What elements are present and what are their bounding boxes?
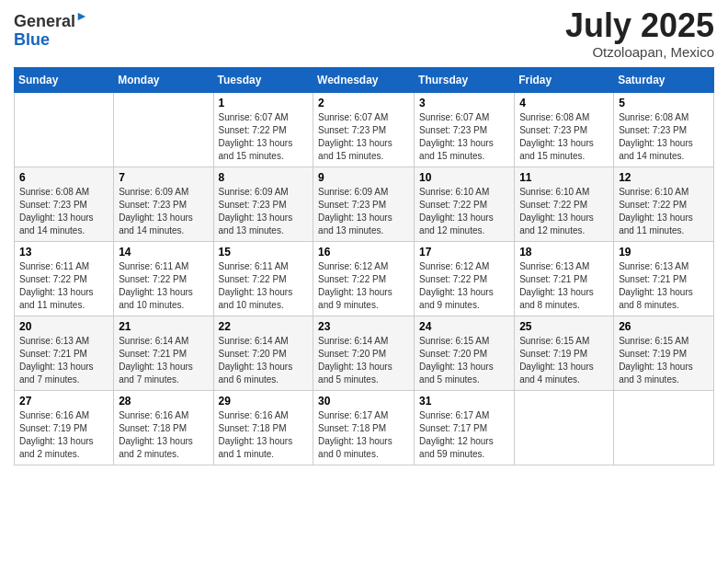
day-info: Sunrise: 6:08 AMSunset: 7:23 PMDaylight:… [619,111,709,163]
day-number: 19 [619,246,709,259]
table-row: 5Sunrise: 6:08 AMSunset: 7:23 PMDaylight… [614,93,714,167]
day-number: 25 [519,320,609,333]
table-row: 16Sunrise: 6:12 AMSunset: 7:22 PMDayligh… [313,242,415,316]
day-info: Sunrise: 6:09 AMSunset: 7:23 PMDaylight:… [119,186,208,237]
table-row: 1Sunrise: 6:07 AMSunset: 7:22 PMDaylight… [213,93,313,167]
table-row: 13Sunrise: 6:11 AMSunset: 7:22 PMDayligh… [15,242,114,316]
calendar-week-row: 13Sunrise: 6:11 AMSunset: 7:22 PMDayligh… [15,242,714,316]
day-number: 13 [19,246,108,259]
day-number: 8 [219,171,309,184]
table-row [515,391,614,465]
col-saturday: Saturday [614,68,714,93]
table-row: 23Sunrise: 6:14 AMSunset: 7:20 PMDayligh… [313,316,415,391]
calendar-table: Sunday Monday Tuesday Wednesday Thursday… [14,67,714,465]
table-row: 15Sunrise: 6:11 AMSunset: 7:22 PMDayligh… [213,242,313,316]
table-row: 3Sunrise: 6:07 AMSunset: 7:23 PMDaylight… [415,93,515,167]
day-info: Sunrise: 6:14 AMSunset: 7:20 PMDaylight:… [219,335,309,386]
table-row: 27Sunrise: 6:16 AMSunset: 7:19 PMDayligh… [15,391,114,465]
day-info: Sunrise: 6:11 AMSunset: 7:22 PMDaylight:… [19,260,108,312]
day-number: 30 [318,395,409,408]
day-number: 11 [519,171,609,184]
col-sunday: Sunday [15,68,114,93]
day-number: 9 [318,171,409,184]
table-row [114,93,213,167]
logo: General► Blue [14,9,88,50]
table-row: 30Sunrise: 6:17 AMSunset: 7:18 PMDayligh… [313,391,415,465]
day-info: Sunrise: 6:14 AMSunset: 7:21 PMDaylight:… [119,335,208,386]
day-number: 16 [318,246,409,259]
table-row [614,391,714,465]
table-row: 4Sunrise: 6:08 AMSunset: 7:23 PMDaylight… [515,93,614,167]
table-row: 24Sunrise: 6:15 AMSunset: 7:20 PMDayligh… [415,316,515,391]
month-title: July 2025 [565,9,714,42]
col-thursday: Thursday [415,68,515,93]
header: General► Blue July 2025 Otzoloapan, Mexi… [14,9,714,60]
day-info: Sunrise: 6:16 AMSunset: 7:18 PMDaylight:… [219,409,309,461]
page-container: General► Blue July 2025 Otzoloapan, Mexi… [0,0,728,475]
day-number: 10 [419,171,509,184]
day-info: Sunrise: 6:09 AMSunset: 7:23 PMDaylight:… [318,186,409,237]
calendar-week-row: 20Sunrise: 6:13 AMSunset: 7:21 PMDayligh… [15,316,714,391]
table-row: 28Sunrise: 6:16 AMSunset: 7:18 PMDayligh… [114,391,213,465]
table-row: 11Sunrise: 6:10 AMSunset: 7:22 PMDayligh… [515,167,614,242]
day-info: Sunrise: 6:12 AMSunset: 7:22 PMDaylight:… [318,260,409,312]
day-info: Sunrise: 6:10 AMSunset: 7:22 PMDaylight:… [619,186,709,237]
table-row: 9Sunrise: 6:09 AMSunset: 7:23 PMDaylight… [313,167,415,242]
table-row: 25Sunrise: 6:15 AMSunset: 7:19 PMDayligh… [515,316,614,391]
day-info: Sunrise: 6:14 AMSunset: 7:20 PMDaylight:… [318,335,409,386]
logo-general: General [14,12,75,30]
table-row: 19Sunrise: 6:13 AMSunset: 7:21 PMDayligh… [614,242,714,316]
table-row: 12Sunrise: 6:10 AMSunset: 7:22 PMDayligh… [614,167,714,242]
title-block: July 2025 Otzoloapan, Mexico [565,9,714,60]
day-info: Sunrise: 6:12 AMSunset: 7:22 PMDaylight:… [419,260,509,312]
col-friday: Friday [515,68,614,93]
day-number: 17 [419,246,509,259]
day-number: 24 [419,320,509,333]
day-number: 18 [519,246,609,259]
day-info: Sunrise: 6:11 AMSunset: 7:22 PMDaylight:… [219,260,309,312]
col-tuesday: Tuesday [213,68,313,93]
day-number: 6 [19,171,108,184]
day-number: 20 [19,320,108,333]
day-number: 21 [119,320,208,333]
table-row: 31Sunrise: 6:17 AMSunset: 7:17 PMDayligh… [415,391,515,465]
day-info: Sunrise: 6:07 AMSunset: 7:22 PMDaylight:… [219,111,309,163]
day-number: 14 [119,246,208,259]
table-row: 7Sunrise: 6:09 AMSunset: 7:23 PMDaylight… [114,167,213,242]
day-info: Sunrise: 6:16 AMSunset: 7:19 PMDaylight:… [19,409,108,461]
day-info: Sunrise: 6:15 AMSunset: 7:19 PMDaylight:… [519,335,609,386]
day-number: 22 [219,320,309,333]
day-number: 3 [419,97,509,109]
day-number: 1 [219,97,309,109]
col-wednesday: Wednesday [313,68,415,93]
table-row: 14Sunrise: 6:11 AMSunset: 7:22 PMDayligh… [114,242,213,316]
day-info: Sunrise: 6:08 AMSunset: 7:23 PMDaylight:… [519,111,609,163]
day-number: 26 [619,320,709,333]
day-info: Sunrise: 6:07 AMSunset: 7:23 PMDaylight:… [318,111,409,163]
day-info: Sunrise: 6:13 AMSunset: 7:21 PMDaylight:… [519,260,609,312]
table-row: 17Sunrise: 6:12 AMSunset: 7:22 PMDayligh… [415,242,515,316]
table-row: 2Sunrise: 6:07 AMSunset: 7:23 PMDaylight… [313,93,415,167]
calendar-week-row: 27Sunrise: 6:16 AMSunset: 7:19 PMDayligh… [15,391,714,465]
day-info: Sunrise: 6:10 AMSunset: 7:22 PMDaylight:… [519,186,609,237]
day-number: 2 [318,97,409,109]
day-info: Sunrise: 6:15 AMSunset: 7:19 PMDaylight:… [619,335,709,386]
day-info: Sunrise: 6:07 AMSunset: 7:23 PMDaylight:… [419,111,509,163]
day-number: 29 [219,395,309,408]
logo-blue: Blue [14,30,50,49]
day-info: Sunrise: 6:13 AMSunset: 7:21 PMDaylight:… [619,260,709,312]
day-info: Sunrise: 6:10 AMSunset: 7:22 PMDaylight:… [419,186,509,237]
day-info: Sunrise: 6:11 AMSunset: 7:22 PMDaylight:… [119,260,208,312]
day-info: Sunrise: 6:13 AMSunset: 7:21 PMDaylight:… [19,335,108,386]
calendar-week-row: 1Sunrise: 6:07 AMSunset: 7:22 PMDaylight… [15,93,714,167]
day-number: 27 [19,395,108,408]
day-number: 5 [619,97,709,109]
table-row: 22Sunrise: 6:14 AMSunset: 7:20 PMDayligh… [213,316,313,391]
day-number: 4 [519,97,609,109]
calendar-week-row: 6Sunrise: 6:08 AMSunset: 7:23 PMDaylight… [15,167,714,242]
table-row: 20Sunrise: 6:13 AMSunset: 7:21 PMDayligh… [15,316,114,391]
logo-text: General► Blue [14,9,88,50]
day-number: 12 [619,171,709,184]
table-row [15,93,114,167]
table-row: 26Sunrise: 6:15 AMSunset: 7:19 PMDayligh… [614,316,714,391]
